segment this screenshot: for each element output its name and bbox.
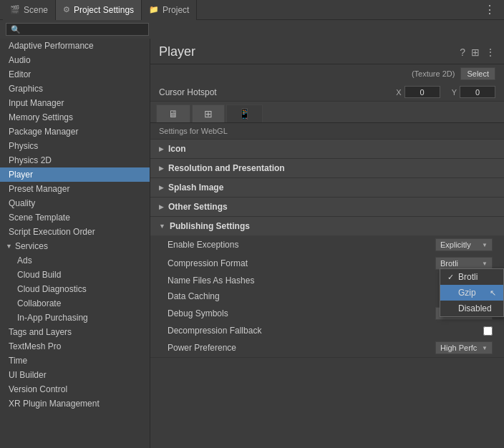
content-header: Player ? ⊞ ⋮: [150, 39, 504, 64]
power-preference-dropdown[interactable]: High Perfc ▼: [435, 341, 493, 354]
resolution-section-arrow: ▶: [159, 165, 164, 172]
select-button[interactable]: Select: [460, 67, 495, 80]
sidebar-item-package-manager[interactable]: Package Manager: [0, 125, 150, 139]
sidebar-item-input-manager[interactable]: Input Manager: [0, 96, 150, 110]
splash-section-arrow: ▶: [159, 184, 164, 191]
gear-icon: ⚙: [63, 5, 70, 14]
resolution-section-header[interactable]: ▶ Resolution and Presentation: [150, 159, 504, 177]
debug-symbols-label: Debug Symbols: [168, 308, 435, 318]
decompression-checkbox[interactable]: [483, 326, 493, 336]
sidebar-item-scene-template[interactable]: Scene Template: [0, 210, 150, 225]
x-label: X: [396, 88, 401, 97]
help-icon[interactable]: ?: [460, 47, 465, 58]
cursor-row: Cursor Hotspot X Y: [150, 83, 504, 102]
sidebar-item-in-app-purchasing[interactable]: In-App Purchasing: [0, 311, 150, 325]
sidebar-item-collaborate[interactable]: Collaborate: [0, 296, 150, 311]
splash-section-title: Splash Image: [168, 182, 223, 193]
sidebar-item-version-control[interactable]: Version Control: [0, 382, 150, 396]
sidebar-item-xr-plugin[interactable]: XR Plugin Management: [0, 396, 150, 411]
publishing-section-header[interactable]: ▼ Publishing Settings: [150, 217, 504, 235]
sidebar-item-editor[interactable]: Editor: [0, 67, 150, 82]
sidebar-item-preset-manager[interactable]: Preset Manager: [0, 182, 150, 196]
compression-format-value: Brotli: [440, 259, 458, 268]
sidebar-item-cloud-diagnostics[interactable]: Cloud Diagnostics: [0, 282, 150, 296]
page-title: Player: [159, 44, 195, 59]
power-preference-label: Power Preference: [168, 343, 435, 353]
sidebar-item-physics-2d[interactable]: Physics 2D: [0, 153, 150, 167]
enable-exceptions-row: Enable Exceptions Explicitly ▼: [150, 235, 504, 254]
sidebar: Adaptive Performance Audio Editor Graphi…: [0, 39, 150, 448]
resolution-section: ▶ Resolution and Presentation: [150, 159, 504, 178]
tab-project-settings[interactable]: ⚙ Project Settings: [56, 0, 142, 20]
other-section-title: Other Settings: [168, 202, 228, 212]
sidebar-item-script-execution[interactable]: Script Execution Order: [0, 225, 150, 239]
x-input[interactable]: [404, 86, 440, 98]
sidebar-item-adaptive[interactable]: Adaptive Performance: [0, 39, 150, 53]
compression-format-row: Compression Format Brotli ▼ ✓ Brotli: [150, 254, 504, 273]
sidebar-item-ui-builder[interactable]: UI Builder: [0, 368, 150, 382]
platform-tab-tablet[interactable]: ⊞: [192, 104, 225, 122]
title-bar-menu[interactable]: ⋮: [478, 3, 501, 16]
publishing-title: Publishing Settings: [170, 221, 250, 231]
tab-scene[interactable]: 🎬 Scene: [3, 0, 56, 20]
layout-icon[interactable]: ⊞: [471, 47, 480, 58]
platform-tab-webgl[interactable]: 📱: [226, 104, 263, 122]
icon-section-arrow: ▶: [159, 145, 164, 152]
search-bar: [0, 20, 504, 39]
other-section: ▶ Other Settings: [150, 198, 504, 217]
dropdown-item-brotli[interactable]: ✓ Brotli: [440, 269, 503, 285]
brotli-label: Brotli: [458, 272, 478, 282]
enable-exceptions-arrow: ▼: [482, 242, 488, 248]
power-preference-control: High Perfc ▼: [435, 341, 493, 354]
other-section-header[interactable]: ▶ Other Settings: [150, 198, 504, 216]
search-input[interactable]: [6, 23, 149, 36]
compression-dropdown-menu: ✓ Brotli ✓ Gzip ↖ ✓ Disabled: [440, 268, 504, 317]
power-preference-value: High Perfc: [440, 344, 477, 352]
data-caching-label: Data Caching: [168, 291, 483, 301]
y-input[interactable]: [460, 86, 495, 98]
services-arrow: ▼: [6, 243, 12, 250]
sidebar-item-graphics[interactable]: Graphics: [0, 82, 150, 96]
webgl-icon: 📱: [238, 108, 251, 120]
gzip-label: Gzip: [458, 288, 476, 298]
sidebar-item-textmesh-pro[interactable]: TextMesh Pro: [0, 339, 150, 354]
splash-section: ▶ Splash Image: [150, 178, 504, 198]
sidebar-item-audio[interactable]: Audio: [0, 53, 150, 67]
desktop-icon: 🖥: [168, 108, 178, 120]
content-area: Player ? ⊞ ⋮ (Texture 2D) Select Cursor …: [150, 39, 504, 448]
tab-project[interactable]: 📁 Project: [142, 0, 197, 20]
decompression-label: Decompression Fallback: [168, 326, 483, 336]
sidebar-item-tags-layers[interactable]: Tags and Layers: [0, 325, 150, 339]
content-menu-icon[interactable]: ⋮: [485, 47, 495, 58]
sidebar-item-time[interactable]: Time: [0, 354, 150, 368]
sidebar-item-memory-settings[interactable]: Memory Settings: [0, 110, 150, 125]
platform-tab-desktop[interactable]: 🖥: [156, 104, 190, 122]
power-preference-row: Power Preference High Perfc ▼: [150, 339, 504, 357]
sidebar-item-physics[interactable]: Physics: [0, 139, 150, 153]
cursor-hotspot-label: Cursor Hotspot: [159, 87, 390, 97]
icon-section-header[interactable]: ▶ Icon: [150, 140, 504, 158]
icon-section-title: Icon: [168, 144, 186, 154]
dropdown-item-disabled[interactable]: ✓ Disabled: [440, 301, 503, 316]
dropdown-item-gzip[interactable]: ✓ Gzip ↖: [440, 285, 503, 301]
sidebar-item-quality[interactable]: Quality: [0, 196, 150, 210]
tablet-icon: ⊞: [204, 108, 213, 120]
enable-exceptions-value: Explicitly: [440, 240, 471, 249]
x-coord-group: X: [396, 86, 440, 98]
enable-exceptions-label: Enable Exceptions: [168, 240, 435, 250]
power-preference-arrow: ▼: [482, 345, 488, 351]
sidebar-item-cloud-build[interactable]: Cloud Build: [0, 268, 150, 282]
scene-icon: 🎬: [10, 5, 20, 14]
header-icons: ? ⊞ ⋮: [460, 47, 495, 58]
disabled-label: Disabled: [458, 303, 492, 313]
splash-section-header[interactable]: ▶ Splash Image: [150, 178, 504, 197]
sidebar-services-header[interactable]: ▼ Services: [0, 239, 150, 253]
sidebar-item-player[interactable]: Player: [0, 167, 150, 182]
decompression-control: [483, 326, 493, 336]
texture-row: (Texture 2D) Select: [150, 64, 504, 83]
sidebar-item-ads[interactable]: Ads: [0, 253, 150, 268]
enable-exceptions-dropdown[interactable]: Explicitly ▼: [435, 238, 493, 251]
compression-format-arrow: ▼: [482, 260, 488, 267]
services-label: Services: [15, 241, 48, 251]
decompression-row: Decompression Fallback: [150, 323, 504, 339]
